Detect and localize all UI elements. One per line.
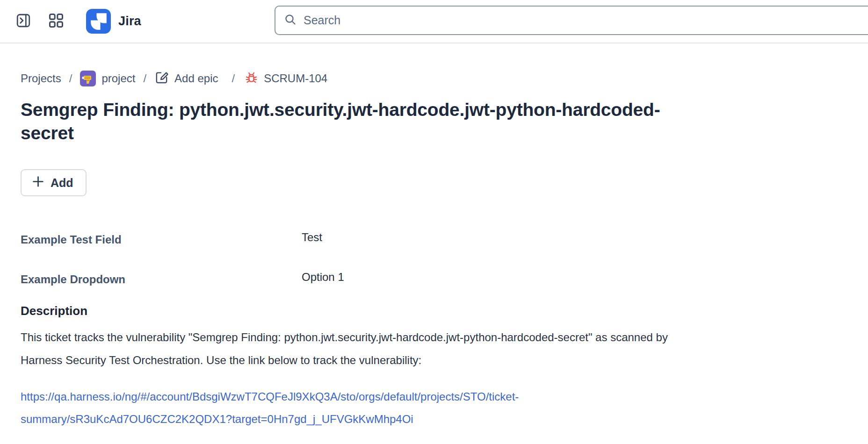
- description-text: This ticket tracks the vulnerability "Se…: [21, 326, 847, 372]
- issue-view: Projects / project /: [0, 70, 868, 430]
- edit-pencil-icon: [154, 70, 169, 87]
- breadcrumb-projects[interactable]: Projects: [21, 72, 61, 85]
- issue-title[interactable]: Semgrep Finding: python.jwt.security.jwt…: [21, 98, 847, 145]
- search-input[interactable]: [304, 14, 868, 27]
- description-section: Description This ticket tracks the vulne…: [21, 304, 847, 430]
- jira-home-link[interactable]: Jira: [86, 9, 141, 34]
- top-navigation-bar: Jira: [0, 0, 868, 43]
- global-search[interactable]: [275, 6, 868, 35]
- breadcrumb-project[interactable]: project: [80, 71, 135, 86]
- breadcrumb-add-epic[interactable]: Add epic: [154, 70, 218, 87]
- vulnerability-link[interactable]: https://qa.harness.io/ng/#/account/Bdsgi…: [21, 386, 847, 430]
- project-avatar-icon: [80, 71, 96, 86]
- app-name: Jira: [118, 14, 141, 29]
- breadcrumb-separator: /: [232, 72, 235, 85]
- field-label: Example Test Field: [21, 231, 302, 246]
- panel-expand-icon: [15, 13, 31, 30]
- grid-apps-icon: [48, 12, 65, 30]
- breadcrumb-issue-key[interactable]: SCRUM-104: [245, 71, 327, 87]
- sidebar-expand-button[interactable]: [14, 12, 33, 31]
- custom-fields: Example Test Field Test Example Dropdown…: [21, 231, 847, 286]
- breadcrumb-separator: /: [69, 72, 72, 85]
- search-icon: [284, 13, 297, 28]
- field-value-example-test-field[interactable]: Test: [302, 231, 847, 244]
- breadcrumb-separator: /: [143, 72, 146, 85]
- field-label: Example Dropdown: [21, 271, 302, 286]
- app-switcher-button[interactable]: [47, 12, 65, 31]
- add-button-label: Add: [51, 176, 73, 190]
- plus-icon: [32, 175, 44, 191]
- bug-icon: [245, 71, 258, 87]
- jira-logo-icon: [86, 9, 111, 34]
- add-button[interactable]: Add: [21, 169, 87, 196]
- field-value-example-dropdown[interactable]: Option 1: [302, 271, 847, 284]
- breadcrumb: Projects / project /: [21, 70, 847, 87]
- description-heading: Description: [21, 304, 847, 318]
